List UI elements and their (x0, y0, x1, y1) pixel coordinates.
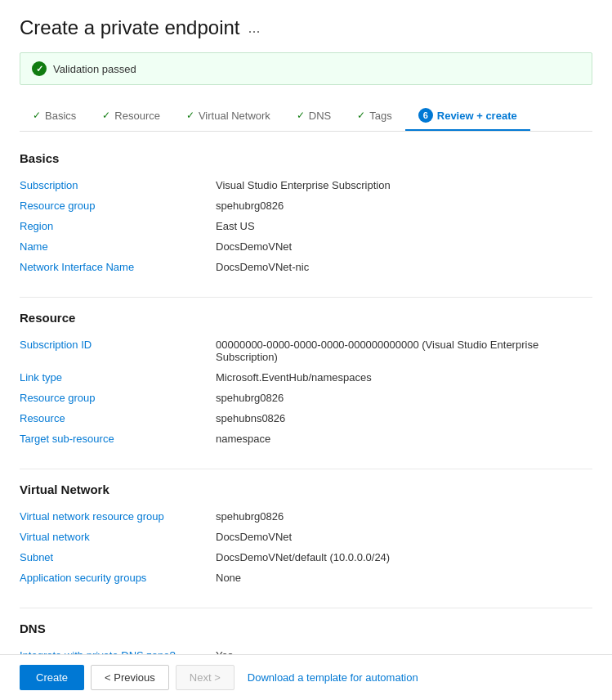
field-app-security-groups: Application security groups None (20, 568, 592, 588)
field-link-type: Link type Microsoft.EventHub/namespaces (20, 367, 592, 388)
field-nic-name-label: Network Interface Name (20, 261, 216, 273)
previous-button[interactable]: < Previous (91, 665, 169, 690)
field-name-label: Name (20, 240, 216, 253)
validation-banner: Validation passed (20, 52, 592, 85)
validation-check-icon (32, 61, 47, 76)
field-subscription-value: Visual Studio Enterprise Subscription (216, 179, 592, 191)
field-name-value: DocsDemoVNet (216, 240, 592, 253)
tab-dns[interactable]: ✓ DNS (284, 103, 344, 130)
tab-dns-label: DNS (309, 110, 331, 122)
tab-basics-label: Basics (45, 110, 76, 122)
field-resource-label: Resource (20, 412, 216, 424)
dns-section-title: DNS (20, 621, 592, 635)
create-button[interactable]: Create (20, 665, 84, 690)
field-app-security-groups-label: Application security groups (20, 572, 216, 584)
field-region-value: East US (216, 220, 592, 232)
footer: Create < Previous Next > Download a temp… (0, 654, 612, 700)
field-resource-group-value: spehubrg0826 (216, 200, 592, 212)
page-options-dots[interactable]: ... (248, 20, 261, 37)
next-button[interactable]: Next > (176, 665, 235, 690)
field-region: Region East US (20, 216, 592, 236)
field-target-subresource: Target sub-resource namespace (20, 429, 592, 449)
field-vnet-resource-group-value: spehubrg0826 (216, 510, 592, 523)
field-res-resource-group-value: spehubrg0826 (216, 392, 592, 404)
field-subscription-id-label: Subscription ID (20, 339, 216, 351)
field-nic-name-value: DocsDemoVNet-nic (216, 261, 592, 273)
virtual-network-section: Virtual Network Virtual network resource… (20, 482, 592, 588)
tab-tags[interactable]: ✓ Tags (344, 103, 404, 130)
field-name: Name DocsDemoVNet (20, 236, 592, 257)
tab-basics[interactable]: ✓ Basics (20, 103, 89, 130)
field-resource: Resource spehubns0826 (20, 408, 592, 429)
field-link-type-label: Link type (20, 371, 216, 384)
download-template-link[interactable]: Download a template for automation (248, 671, 418, 684)
tab-review-create[interactable]: 6 Review + create (405, 101, 530, 131)
tab-resource[interactable]: ✓ Resource (89, 103, 173, 130)
validation-text: Validation passed (53, 63, 136, 75)
field-region-label: Region (20, 220, 216, 232)
tab-basics-check: ✓ (33, 110, 41, 121)
basics-section: Basics Subscription Visual Studio Enterp… (20, 151, 592, 277)
field-resource-group-label: Resource group (20, 200, 216, 212)
field-resource-value: spehubns0826 (216, 412, 592, 424)
field-subnet-value: DocsDemoVNet/default (10.0.0.0/24) (216, 551, 592, 563)
field-nic-name: Network Interface Name DocsDemoVNet-nic (20, 257, 592, 277)
field-virtual-network-label: Virtual network (20, 531, 216, 543)
field-virtual-network-value: DocsDemoVNet (216, 531, 592, 543)
field-vnet-resource-group-label: Virtual network resource group (20, 510, 216, 523)
field-virtual-network: Virtual network DocsDemoVNet (20, 527, 592, 547)
field-subscription: Subscription Visual Studio Enterprise Su… (20, 175, 592, 195)
resource-section-title: Resource (20, 311, 592, 325)
field-subnet: Subnet DocsDemoVNet/default (10.0.0.0/24… (20, 547, 592, 568)
tab-review-create-num: 6 (418, 108, 433, 123)
field-subscription-id: Subscription ID 00000000-0000-0000-0000-… (20, 334, 592, 367)
tabs-container: ✓ Basics ✓ Resource ✓ Virtual Network ✓ … (20, 101, 592, 132)
field-subnet-label: Subnet (20, 551, 216, 563)
field-res-resource-group: Resource group spehubrg0826 (20, 388, 592, 408)
tab-virtual-network[interactable]: ✓ Virtual Network (173, 103, 284, 130)
resource-section: Resource Subscription ID 00000000-0000-0… (20, 311, 592, 449)
field-vnet-resource-group: Virtual network resource group spehubrg0… (20, 506, 592, 527)
tab-tags-label: Tags (369, 110, 391, 122)
tab-virtual-network-label: Virtual Network (199, 110, 270, 122)
field-target-subresource-label: Target sub-resource (20, 433, 216, 445)
tab-resource-label: Resource (114, 110, 160, 122)
field-resource-group: Resource group spehubrg0826 (20, 195, 592, 216)
page-title: Create a private endpoint (20, 16, 240, 39)
virtual-network-section-title: Virtual Network (20, 482, 592, 496)
tab-tags-check: ✓ (357, 110, 365, 121)
field-target-subresource-value: namespace (216, 433, 592, 445)
field-app-security-groups-value: None (216, 572, 592, 584)
tab-dns-check: ✓ (297, 110, 305, 121)
basics-section-title: Basics (20, 151, 592, 165)
field-subscription-id-value: 00000000-0000-0000-0000-000000000000 (Vi… (216, 339, 592, 363)
tab-virtual-network-check: ✓ (186, 110, 194, 121)
tab-review-create-label: Review + create (437, 110, 517, 122)
field-res-resource-group-label: Resource group (20, 392, 216, 404)
field-link-type-value: Microsoft.EventHub/namespaces (216, 371, 592, 384)
tab-resource-check: ✓ (102, 110, 110, 121)
field-subscription-label: Subscription (20, 179, 216, 191)
